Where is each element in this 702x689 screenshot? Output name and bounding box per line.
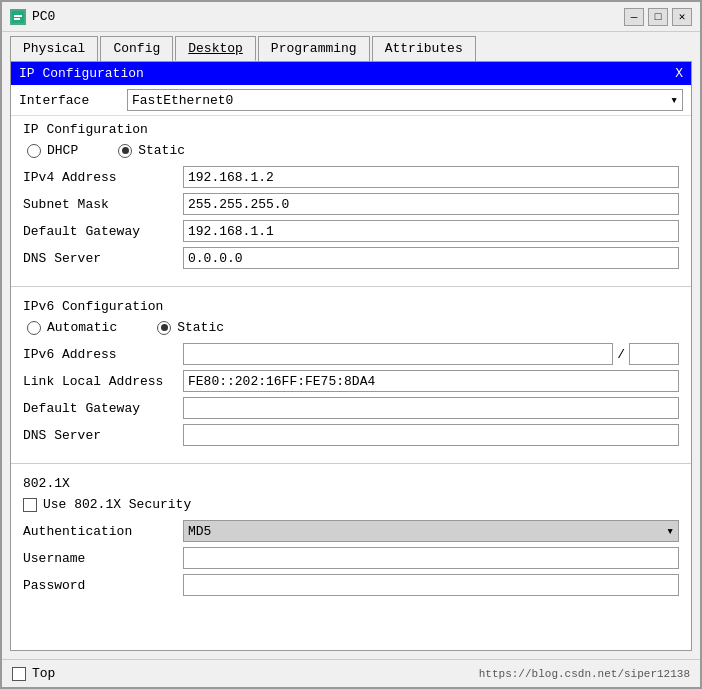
- default-gateway-row: Default Gateway: [23, 220, 679, 242]
- username-input[interactable]: [183, 547, 679, 569]
- ipv6-dot1x-divider: [11, 463, 691, 464]
- link-local-label: Link Local Address: [23, 374, 183, 389]
- subnet-mask-row: Subnet Mask: [23, 193, 679, 215]
- ipv4-address-input[interactable]: [183, 166, 679, 188]
- ipv4-address-label: IPv4 Address: [23, 170, 183, 185]
- dot1x-section: 802.1X Use 802.1X Security Authenticatio…: [11, 470, 691, 607]
- subnet-mask-label: Subnet Mask: [23, 197, 183, 212]
- ipv4-radio-row: DHCP Static: [23, 143, 679, 158]
- dns-server6-input[interactable]: [183, 424, 679, 446]
- dhcp-radio[interactable]: [27, 144, 41, 158]
- title-bar: PC0 — □ ✕: [2, 2, 700, 32]
- top-checkbox[interactable]: [12, 667, 26, 681]
- default-gateway6-input[interactable]: [183, 397, 679, 419]
- ipv6-radio-row: Automatic Static: [23, 320, 679, 335]
- auth-chevron-icon: ▾: [666, 523, 674, 539]
- dns-server-input[interactable]: [183, 247, 679, 269]
- ipv6-address-label: IPv6 Address: [23, 347, 183, 362]
- bottom-url: https://blog.csdn.net/siper12138: [479, 668, 690, 680]
- tab-programming[interactable]: Programming: [258, 36, 370, 61]
- automatic-label: Automatic: [47, 320, 117, 335]
- dhcp-radio-item[interactable]: DHCP: [27, 143, 78, 158]
- dns-server6-row: DNS Server: [23, 424, 679, 446]
- window-icon: [10, 9, 26, 25]
- subnet-mask-input[interactable]: [183, 193, 679, 215]
- authentication-select[interactable]: MD5 ▾: [183, 520, 679, 542]
- dhcp-label: DHCP: [47, 143, 78, 158]
- authentication-label: Authentication: [23, 524, 183, 539]
- main-window: PC0 — □ ✕ Physical Config Desktop Progra…: [0, 0, 702, 689]
- automatic-radio[interactable]: [27, 321, 41, 335]
- username-label: Username: [23, 551, 183, 566]
- default-gateway6-label: Default Gateway: [23, 401, 183, 416]
- password-label: Password: [23, 578, 183, 593]
- dns-server-row: DNS Server: [23, 247, 679, 269]
- static6-radio[interactable]: [157, 321, 171, 335]
- bottom-bar: Top https://blog.csdn.net/siper12138: [2, 659, 700, 687]
- ipv4-section: IP Configuration DHCP Static IPv4 Addres…: [11, 116, 691, 280]
- svg-rect-2: [14, 18, 20, 20]
- tab-config[interactable]: Config: [100, 36, 173, 61]
- tab-bar: Physical Config Desktop Programming Attr…: [2, 32, 700, 61]
- password-input[interactable]: [183, 574, 679, 596]
- ipv4-ipv6-divider: [11, 286, 691, 287]
- ip-config-title: IP Configuration: [19, 66, 144, 81]
- ipv4-address-row: IPv4 Address: [23, 166, 679, 188]
- default-gateway6-row: Default Gateway: [23, 397, 679, 419]
- interface-label: Interface: [19, 93, 119, 108]
- ipv6-section: IPv6 Configuration Automatic Static IPv6…: [11, 293, 691, 457]
- slash-separator: /: [617, 347, 625, 362]
- interface-row: Interface FastEthernet0 ▾: [11, 85, 691, 116]
- ipv6-address-inputs: /: [183, 343, 679, 365]
- content-area: IP Configuration X Interface FastEtherne…: [10, 61, 692, 651]
- svg-rect-1: [14, 15, 22, 17]
- link-local-input[interactable]: [183, 370, 679, 392]
- minimize-button[interactable]: —: [624, 8, 644, 26]
- chevron-down-icon: ▾: [670, 92, 678, 108]
- tab-physical[interactable]: Physical: [10, 36, 98, 61]
- tab-attributes[interactable]: Attributes: [372, 36, 476, 61]
- window-title: PC0: [32, 9, 618, 24]
- default-gateway-label: Default Gateway: [23, 224, 183, 239]
- interface-select[interactable]: FastEthernet0 ▾: [127, 89, 683, 111]
- static6-radio-item[interactable]: Static: [157, 320, 224, 335]
- ipv6-section-title: IPv6 Configuration: [23, 299, 679, 314]
- password-row: Password: [23, 574, 679, 596]
- ipv6-prefix-input[interactable]: [629, 343, 679, 365]
- ip-config-close-btn[interactable]: X: [675, 66, 683, 81]
- maximize-button[interactable]: □: [648, 8, 668, 26]
- top-checkbox-row: Top: [12, 666, 55, 681]
- top-checkbox-label: Top: [32, 666, 55, 681]
- authentication-row: Authentication MD5 ▾: [23, 520, 679, 542]
- authentication-value: MD5: [188, 524, 211, 539]
- close-button[interactable]: ✕: [672, 8, 692, 26]
- username-row: Username: [23, 547, 679, 569]
- dns-server6-label: DNS Server: [23, 428, 183, 443]
- window-controls: — □ ✕: [624, 8, 692, 26]
- ip-config-header: IP Configuration X: [11, 62, 691, 85]
- interface-value: FastEthernet0: [132, 93, 233, 108]
- default-gateway-input[interactable]: [183, 220, 679, 242]
- link-local-row: Link Local Address: [23, 370, 679, 392]
- ipv6-address-row: IPv6 Address /: [23, 343, 679, 365]
- ipv6-address-input[interactable]: [183, 343, 613, 365]
- ipv4-section-title: IP Configuration: [23, 122, 679, 137]
- static-label: Static: [138, 143, 185, 158]
- use-security-checkbox[interactable]: [23, 498, 37, 512]
- automatic-radio-item[interactable]: Automatic: [27, 320, 117, 335]
- static-radio[interactable]: [118, 144, 132, 158]
- static6-label: Static: [177, 320, 224, 335]
- use-security-row: Use 802.1X Security: [23, 497, 679, 512]
- dot1x-section-title: 802.1X: [23, 476, 679, 491]
- dns-server-label: DNS Server: [23, 251, 183, 266]
- tab-desktop[interactable]: Desktop: [175, 36, 256, 61]
- static-radio-item[interactable]: Static: [118, 143, 185, 158]
- use-security-label: Use 802.1X Security: [43, 497, 191, 512]
